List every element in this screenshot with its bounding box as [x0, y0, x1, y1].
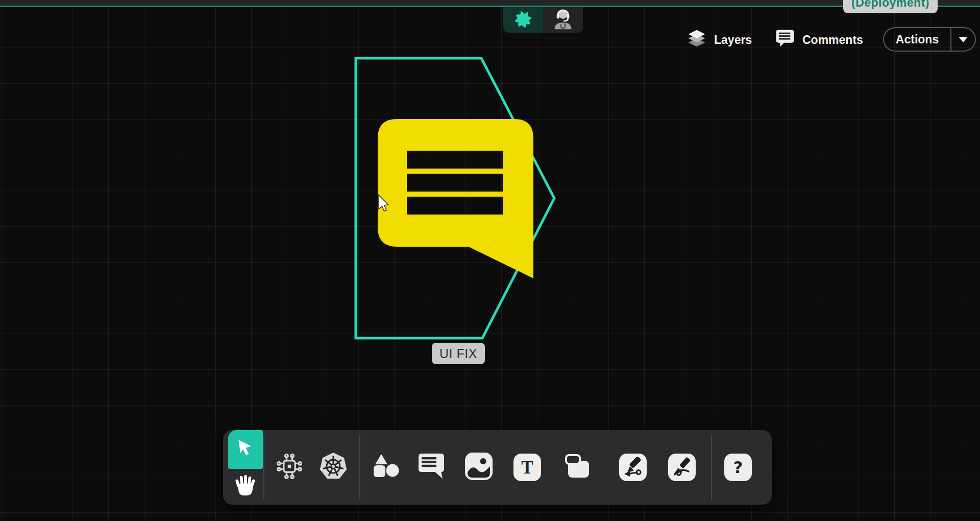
actions-button-label: Actions [884, 28, 950, 51]
support-button[interactable] [543, 7, 583, 33]
tool-hardware[interactable] [275, 453, 304, 482]
spiral-logo-icon [511, 7, 535, 33]
chip-icon [275, 452, 304, 483]
nav-item-comments[interactable]: Comments [775, 29, 863, 51]
image-icon [465, 453, 493, 482]
caret-down-icon [959, 37, 968, 42]
top-center-button-group [503, 7, 583, 33]
tool-node[interactable] [564, 453, 592, 482]
toolbar-divider [711, 435, 712, 500]
help-tool-glyph: ? [733, 459, 743, 476]
nav-layers-label: Layers [714, 33, 752, 47]
cursor-arrow-icon [236, 438, 255, 461]
node-frame-icon [564, 453, 592, 482]
comments-icon [775, 29, 795, 51]
nav-item-layers[interactable]: Layers [687, 29, 752, 51]
shape-name-label[interactable]: UI FIX [432, 343, 485, 364]
tool-help[interactable]: ? [724, 453, 752, 482]
toolbar-divider [263, 435, 264, 500]
shapes-icon [372, 454, 401, 481]
support-headset-icon [552, 8, 574, 32]
comment-bubble-icon [417, 453, 446, 482]
tool-pan[interactable] [228, 470, 263, 502]
app-screen: (Deployment) [0, 0, 980, 521]
text-icon: T [513, 454, 541, 481]
tool-shapes[interactable] [372, 453, 401, 482]
actions-dropdown-toggle[interactable] [950, 28, 975, 51]
tool-kubernetes[interactable] [319, 453, 348, 482]
tool-comment[interactable] [417, 453, 446, 482]
window-top-strip [0, 0, 980, 7]
deployment-tooltip: (Deployment) [843, 0, 938, 13]
text-tool-glyph: T [521, 459, 533, 477]
bottom-toolbar: T [223, 430, 772, 505]
question-mark-icon: ? [724, 454, 752, 481]
pen-connector-icon [619, 454, 647, 481]
actions-button[interactable]: Actions [883, 27, 976, 52]
layers-icon [687, 28, 707, 52]
toolbar-divider [359, 435, 360, 500]
tool-connector[interactable] [619, 453, 647, 482]
nav-comments-label: Comments [802, 33, 863, 47]
kubernetes-helm-icon [319, 452, 348, 483]
comment-bubble-shape[interactable] [378, 119, 533, 278]
hand-icon [235, 473, 256, 498]
tool-image[interactable] [464, 453, 493, 482]
logo-button[interactable] [503, 7, 543, 33]
tool-select[interactable] [228, 430, 263, 469]
pencil-scribble-icon [668, 454, 696, 481]
tool-draw[interactable] [668, 453, 696, 482]
tool-text[interactable]: T [513, 453, 542, 482]
